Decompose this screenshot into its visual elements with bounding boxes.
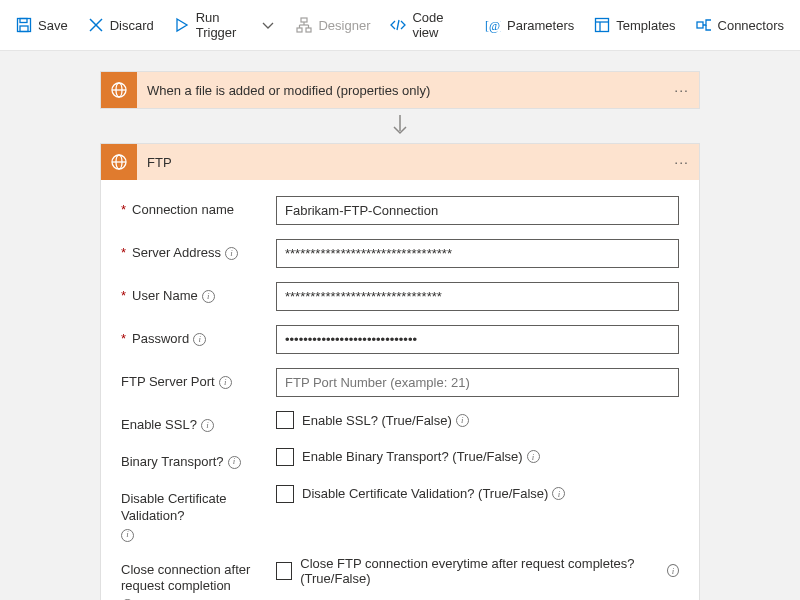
info-icon[interactable]: i [667,564,679,577]
enable-ssl-label: Enable SSL? i [121,411,276,434]
svg-rect-1 [20,19,27,23]
binary-transport-label: Binary Transport? i [121,448,276,471]
svg-rect-6 [301,18,307,22]
ftp-header[interactable]: FTP ··· [101,144,699,180]
connectors-button[interactable]: Connectors [688,13,792,37]
run-trigger-button[interactable]: Run Trigger [166,6,285,44]
designer-label: Designer [318,18,370,33]
toolbar: Save Discard Run Trigger Designer Code v… [0,0,800,51]
globe-icon [101,72,137,108]
binary-transport-checkbox[interactable] [276,448,294,466]
save-button[interactable]: Save [8,13,76,37]
discard-icon [88,17,104,33]
play-icon [174,17,190,33]
trigger-card[interactable]: When a file is added or modified (proper… [100,71,700,109]
globe-icon [101,144,137,180]
server-address-input[interactable] [276,239,679,268]
svg-rect-2 [20,26,28,32]
save-icon [16,17,32,33]
connection-name-input[interactable] [276,196,679,225]
enable-ssl-checkbox[interactable] [276,411,294,429]
svg-rect-7 [297,28,302,32]
info-icon[interactable]: i [228,456,241,469]
info-icon[interactable]: i [552,487,565,500]
svg-rect-15 [596,19,609,32]
info-icon[interactable]: i [225,247,238,260]
connector-arrow [390,115,410,137]
ftp-port-input[interactable] [276,368,679,397]
info-icon[interactable]: i [201,419,214,432]
code-icon [390,17,406,33]
close-conn-checkbox-label: Close FTP connection everytime after req… [300,556,679,586]
parameters-label: Parameters [507,18,574,33]
info-icon[interactable]: i [219,376,232,389]
svg-line-13 [397,20,399,30]
user-name-input[interactable] [276,282,679,311]
templates-button[interactable]: Templates [586,13,683,37]
close-conn-checkbox[interactable] [276,562,292,580]
run-trigger-label: Run Trigger [196,10,253,40]
code-view-label: Code view [412,10,465,40]
info-icon[interactable]: i [527,450,540,463]
disable-cert-label: Disable Certificate Validation? i [121,485,276,542]
trigger-menu-button[interactable]: ··· [664,82,699,98]
designer-button: Designer [288,13,378,37]
ftp-action-card: FTP ··· *Connection name *Server Address… [100,143,700,600]
close-conn-label: Close connection after request completio… [121,556,276,600]
ftp-menu-button[interactable]: ··· [664,154,699,170]
svg-marker-5 [177,19,187,31]
info-icon[interactable]: i [193,333,206,346]
server-address-label: *Server Address i [121,239,276,262]
disable-cert-checkbox-label: Disable Certificate Validation? (True/Fa… [302,486,565,501]
info-icon[interactable]: i [202,290,215,303]
discard-button[interactable]: Discard [80,13,162,37]
connectors-icon [696,17,712,33]
info-icon[interactable]: i [121,529,134,542]
svg-rect-8 [306,28,311,32]
parameters-button[interactable]: [@] Parameters [477,13,582,37]
ftp-title: FTP [137,155,664,170]
parameters-icon: [@] [485,17,501,33]
binary-transport-checkbox-label: Enable Binary Transport? (True/False) i [302,449,540,464]
password-input[interactable] [276,325,679,354]
chevron-down-icon [260,17,276,33]
save-label: Save [38,18,68,33]
ftp-form: *Connection name *Server Address i *User… [101,180,699,600]
enable-ssl-checkbox-label: Enable SSL? (True/False) i [302,413,469,428]
trigger-header: When a file is added or modified (proper… [101,72,699,108]
designer-canvas: When a file is added or modified (proper… [0,51,800,600]
connection-name-label: *Connection name [121,196,276,219]
discard-label: Discard [110,18,154,33]
password-label: *Password i [121,325,276,348]
svg-text:[@]: [@] [485,19,501,33]
code-view-button[interactable]: Code view [382,6,473,44]
templates-label: Templates [616,18,675,33]
connectors-label: Connectors [718,18,784,33]
disable-cert-checkbox[interactable] [276,485,294,503]
svg-rect-18 [697,22,703,28]
templates-icon [594,17,610,33]
ftp-port-label: FTP Server Port i [121,368,276,391]
trigger-title: When a file is added or modified (proper… [137,83,664,98]
user-name-label: *User Name i [121,282,276,305]
info-icon[interactable]: i [456,414,469,427]
designer-icon [296,17,312,33]
